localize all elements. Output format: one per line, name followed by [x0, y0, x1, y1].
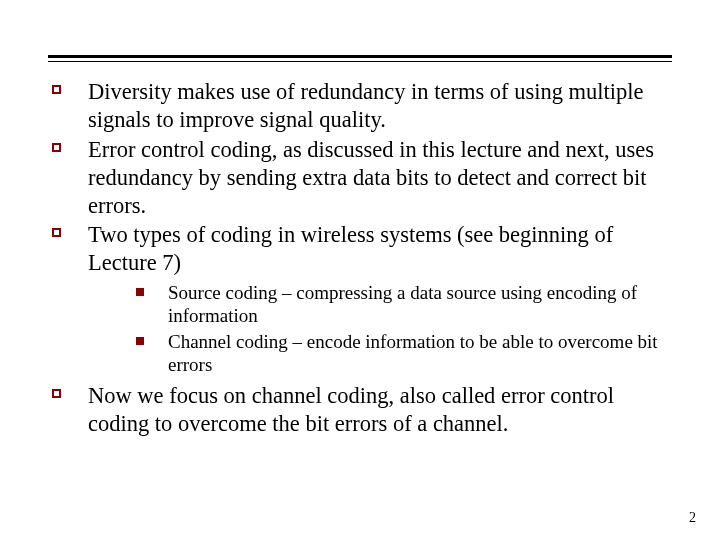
content-area: Diversity makes use of redundancy in ter…	[48, 78, 672, 440]
page-number: 2	[689, 510, 696, 526]
list-item-text: Error control coding, as discussed in th…	[88, 137, 654, 218]
hollow-square-icon	[52, 228, 61, 237]
list-item: Diversity makes use of redundancy in ter…	[48, 78, 672, 134]
list-item: Now we focus on channel coding, also cal…	[48, 382, 672, 438]
hollow-square-icon	[52, 85, 61, 94]
hollow-square-icon	[52, 143, 61, 152]
filled-square-icon	[136, 337, 144, 345]
list-item: Channel coding – encode information to b…	[88, 330, 672, 376]
list-item: Error control coding, as discussed in th…	[48, 136, 672, 220]
bullet-list-level2: Source coding – compressing a data sourc…	[88, 281, 672, 376]
list-item-text: Two types of coding in wireless systems …	[88, 222, 613, 275]
bullet-list-level1: Diversity makes use of redundancy in ter…	[48, 78, 672, 438]
divider-thick	[48, 55, 672, 58]
list-item: Source coding – compressing a data sourc…	[88, 281, 672, 327]
list-item-text: Source coding – compressing a data sourc…	[168, 282, 637, 326]
divider-thin	[48, 61, 672, 62]
slide: Diversity makes use of redundancy in ter…	[0, 0, 720, 540]
list-item-text: Channel coding – encode information to b…	[168, 331, 658, 375]
filled-square-icon	[136, 288, 144, 296]
list-item: Two types of coding in wireless systems …	[48, 221, 672, 375]
hollow-square-icon	[52, 389, 61, 398]
list-item-text: Diversity makes use of redundancy in ter…	[88, 79, 644, 132]
list-item-text: Now we focus on channel coding, also cal…	[88, 383, 614, 436]
